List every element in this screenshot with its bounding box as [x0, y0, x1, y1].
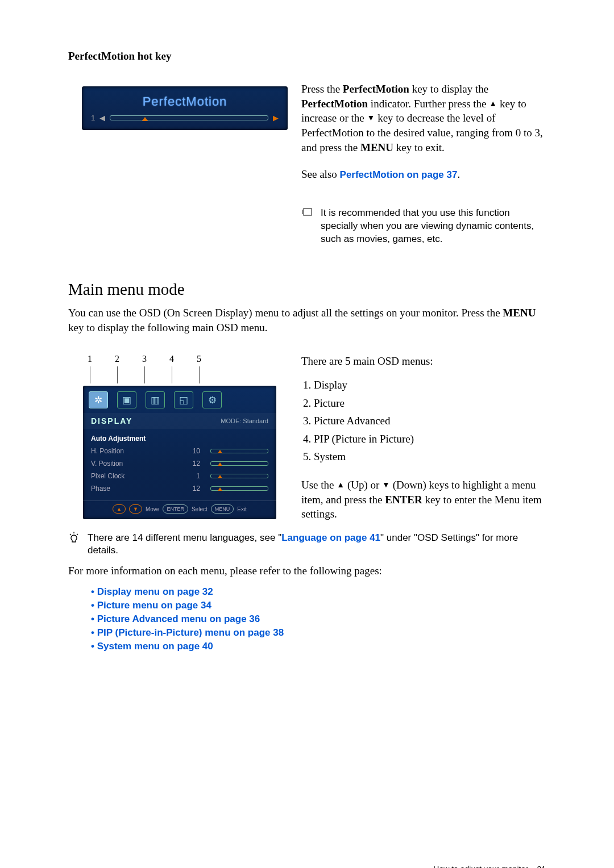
- osd-footer: ▲ ▼ Move ENTER Select MENU Exit: [83, 500, 276, 519]
- text: .: [457, 168, 460, 180]
- key-name: MENU: [360, 141, 393, 153]
- system-tab-icon: ⚙: [202, 391, 222, 408]
- up-key-icon: ▲: [113, 504, 126, 514]
- text: You can use the OSD (On Screen Display) …: [68, 307, 503, 319]
- lightbulb-icon: [68, 532, 82, 549]
- pm-description: Press the PerfectMotion key to display t…: [301, 82, 546, 246]
- menu-item-display: Display: [314, 378, 546, 393]
- triangle-left-icon: ◀: [99, 114, 105, 122]
- picture-tab-icon: ▣: [117, 391, 136, 408]
- page: PerfectMotion hot key PerfectMotion 1 ◀ …: [0, 0, 614, 868]
- item-label: Pixel Clock: [91, 472, 173, 480]
- osd-item-pixel-clock: Pixel Clock 1: [91, 470, 268, 482]
- slider: [210, 449, 268, 453]
- footer-text: How to adjust your monitor: [433, 865, 528, 868]
- key-name: ENTER: [385, 494, 422, 506]
- link-display-menu[interactable]: • Display menu on page 32: [91, 586, 546, 598]
- osd-main-panel: ✲ ▣ ▥ ◱ ⚙ DISPLAY MODE: Standard Auto Ad…: [83, 386, 276, 519]
- osd-tab-icons: ✲ ▣ ▥ ◱ ⚙: [83, 386, 276, 413]
- section-title-perfectmotion: PerfectMotion hot key: [68, 50, 546, 62]
- triangle-right-icon: ▶: [273, 114, 279, 122]
- note-icon: [301, 207, 315, 220]
- tip-text: There are 14 different menu languages, s…: [88, 532, 546, 557]
- text: key to display the following main OSD me…: [68, 322, 267, 333]
- text: Use the: [301, 479, 337, 491]
- osd-title-bar: DISPLAY MODE: Standard: [83, 413, 276, 429]
- item-label: Phase: [91, 485, 173, 493]
- slider: [210, 486, 268, 491]
- pip-tab-icon: ◱: [174, 391, 193, 408]
- down-triangle-icon: ▼: [382, 481, 390, 489]
- menu-key-icon: MENU: [211, 504, 234, 514]
- slider: [210, 474, 268, 478]
- item-value: 1: [183, 472, 200, 480]
- display-tab-icon: ✲: [89, 391, 108, 408]
- note-block: It is recommended that you use this func…: [301, 207, 546, 246]
- nav-instruction: Use the ▲ (Up) or ▼ (Down) keys to highl…: [301, 478, 546, 521]
- page-links-list: • Display menu on page 32 • Picture menu…: [91, 586, 546, 652]
- pm-osd-slider-row: 1 ◀ ▶: [91, 114, 279, 122]
- up-triangle-icon: ▲: [337, 481, 345, 489]
- menu-list: Display Picture Picture Advanced PIP (Pi…: [301, 378, 546, 464]
- pm-osd-image: PerfectMotion 1 ◀ ▶: [68, 82, 284, 130]
- text: key to exit.: [393, 141, 445, 153]
- link-perfectmotion-page[interactable]: PerfectMotion on page 37: [340, 169, 458, 180]
- text: See also: [301, 168, 340, 180]
- more-info-text: For more information on each menu, pleas…: [68, 564, 546, 578]
- osd-item-auto-adjustment: Auto Adjustment: [91, 432, 268, 445]
- menu-item-picture: Picture: [314, 396, 546, 411]
- picture-advanced-tab-icon: ▥: [146, 391, 165, 408]
- menu-item-picture-advanced: Picture Advanced: [314, 414, 546, 428]
- key-name: MENU: [503, 307, 536, 319]
- osd-icon-number-labels: 1 2 3 4 5: [88, 354, 284, 386]
- menu-description: There are 5 main OSD menus: Display Pict…: [301, 354, 546, 521]
- text: There are 14 different menu languages, s…: [88, 532, 281, 543]
- osd-item-list: Auto Adjustment H. Position 10 V. Positi…: [83, 429, 276, 500]
- pm-osd-panel: PerfectMotion 1 ◀ ▶: [82, 86, 288, 130]
- label-4: 4: [169, 354, 174, 364]
- link-pip-menu[interactable]: • PIP (Picture-in-Picture) menu on page …: [91, 627, 546, 639]
- indicator-name: PerfectMotion: [301, 98, 368, 110]
- menus-intro: There are 5 main OSD menus:: [301, 354, 546, 369]
- page-number: 31: [537, 865, 546, 868]
- note-text: It is recommended that you use this func…: [321, 207, 546, 246]
- tip-block: There are 14 different menu languages, s…: [68, 532, 546, 557]
- pm-osd-value: 1: [91, 114, 95, 122]
- text: (Up) or: [345, 479, 382, 491]
- item-label: V. Position: [91, 460, 173, 468]
- link-picture-advanced-menu[interactable]: • Picture Advanced menu on page 36: [91, 614, 546, 625]
- menu-item-system: System: [314, 449, 546, 464]
- footer-exit: Exit: [237, 506, 247, 512]
- osd-item-h-position: H. Position 10: [91, 445, 268, 457]
- link-language-page[interactable]: Language on page 41: [281, 532, 380, 543]
- pm-slider: [110, 115, 268, 120]
- page-footer: How to adjust your monitor 31: [433, 865, 546, 868]
- label-2: 2: [115, 354, 119, 364]
- footer-select: Select: [192, 506, 208, 512]
- label-5: 5: [197, 354, 201, 364]
- pm-osd-title: PerfectMotion: [91, 94, 279, 109]
- text: key to display the: [409, 83, 488, 95]
- section-title-main-menu: Main menu mode: [68, 280, 546, 299]
- item-value: 12: [183, 460, 200, 468]
- down-key-icon: ▼: [129, 504, 142, 514]
- see-also: See also PerfectMotion on page 37.: [301, 167, 546, 182]
- text: indicator. Further press the: [368, 98, 489, 110]
- item-value: 12: [183, 485, 200, 493]
- item-label: Auto Adjustment: [91, 435, 268, 443]
- item-value: 10: [183, 447, 200, 455]
- up-triangle-icon: ▲: [489, 100, 497, 108]
- down-triangle-icon: ▼: [367, 114, 375, 122]
- item-label: H. Position: [91, 447, 173, 455]
- link-picture-menu[interactable]: • Picture menu on page 34: [91, 600, 546, 611]
- osd-panel-title: DISPLAY: [91, 416, 132, 425]
- key-name: PerfectMotion: [343, 83, 409, 95]
- label-3: 3: [142, 354, 147, 364]
- osd-main-image: 1 2 3 4 5 ✲ ▣ ▥ ◱ ⚙ DISPLAY: [68, 354, 284, 519]
- osd-mode-label: MODE: Standard: [221, 418, 268, 424]
- menu-item-pip: PIP (Picture in Picture): [314, 432, 546, 446]
- main-menu-intro: You can use the OSD (On Screen Display) …: [68, 306, 546, 335]
- section2-columns: 1 2 3 4 5 ✲ ▣ ▥ ◱ ⚙ DISPLAY: [68, 354, 546, 521]
- link-system-menu[interactable]: • System menu on page 40: [91, 641, 546, 652]
- osd-item-v-position: V. Position 12: [91, 457, 268, 470]
